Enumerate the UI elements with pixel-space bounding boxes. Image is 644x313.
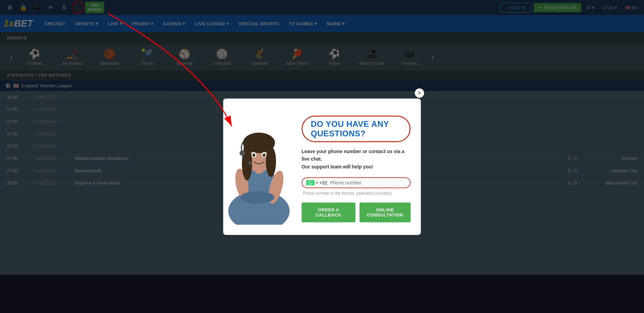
modal-title-ellipse: DO YOU HAVE ANY QUESTIONS? [302,116,411,142]
whatsapp-icon [306,180,315,185]
modal-buttons: ORDER A CALLBACK ONLINE CONSULTATION [302,203,411,222]
svg-point-17 [240,150,245,156]
modal-close-button[interactable]: × [415,88,424,98]
svg-point-5 [240,191,274,204]
svg-point-15 [252,153,255,157]
phone-hint: Phone number in the format: (operator) (… [302,191,411,196]
country-code: +92 [319,180,327,185]
modal-overlay[interactable]: × [0,0,644,275]
agent-svg [223,109,295,225]
svg-point-16 [263,153,265,157]
online-consultation-button[interactable]: ONLINE CONSULTATION [359,203,411,222]
dropdown-chevron[interactable]: ▾ [316,180,318,185]
agent-image [223,109,295,225]
modal-body: DO YOU HAVE ANY QUESTIONS? Leave your ph… [223,99,421,235]
svg-point-12 [266,146,276,177]
modal-title: DO YOU HAVE ANY QUESTIONS? [311,119,401,138]
order-callback-button[interactable]: ORDER A CALLBACK [302,203,355,222]
modal-content: DO YOU HAVE ANY QUESTIONS? Leave your ph… [302,109,411,222]
phone-input-container[interactable]: ▾ +92 [302,177,411,188]
support-modal: × [223,99,421,235]
svg-point-18 [249,161,252,165]
modal-description: Leave your phone number or contact us vi… [302,148,411,170]
phone-number-input[interactable] [330,180,406,185]
